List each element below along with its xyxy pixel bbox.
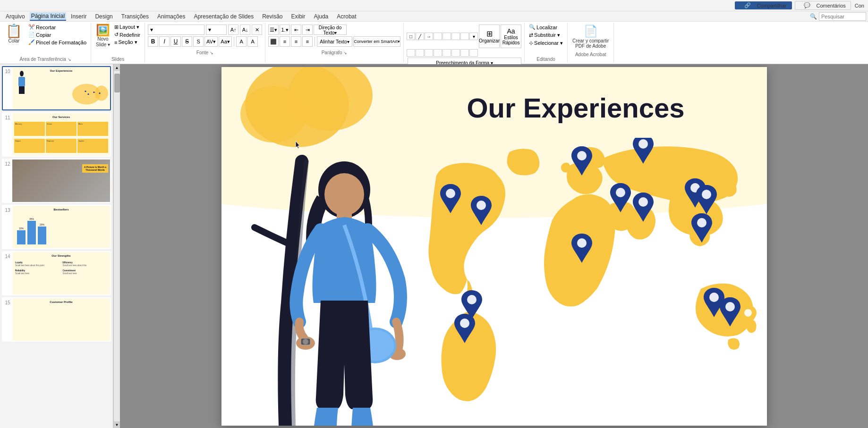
slide-thumb-13[interactable]: 13 Bestsellers 10% 35% 20%	[2, 205, 111, 249]
copy-button[interactable]: 📄 Copiar	[27, 31, 88, 38]
shape-11[interactable]	[451, 49, 460, 57]
menu-apresentacao[interactable]: Apresentação de Slides	[190, 12, 257, 21]
slides-col: ⊞ Layout ▾ ↺ Redefinir ≡ Seção ▾	[113, 24, 142, 46]
char-spacing-button[interactable]: AV▾	[204, 36, 218, 47]
shape-7[interactable]	[416, 49, 424, 57]
menu-transicoes[interactable]: Transições	[118, 12, 153, 21]
cut-icon: ✂️	[28, 24, 35, 30]
highlight-button[interactable]: A	[236, 36, 247, 47]
align-text-button[interactable]: Alinhar Texto▾	[317, 36, 352, 47]
slides-scrollbar[interactable]: ▲ ▼	[113, 64, 120, 428]
shape-3[interactable]	[443, 33, 451, 40]
menu-exibir[interactable]: Exibir	[288, 12, 309, 21]
format-painter-button[interactable]: 🖌️ Pincel de Formatação	[27, 39, 88, 46]
menu-revisao[interactable]: Revisão	[258, 12, 286, 21]
justify-button[interactable]: ≡	[302, 36, 313, 47]
shape-9[interactable]	[434, 49, 442, 57]
underline-button[interactable]: U	[170, 36, 181, 47]
reset-button[interactable]: ↺ Redefinir	[113, 31, 142, 38]
decrease-indent-button[interactable]: ⇤	[291, 25, 301, 35]
menu-acrobat[interactable]: Acrobat	[333, 12, 360, 21]
bullets-button[interactable]: ☰▾	[268, 25, 279, 35]
cut-button[interactable]: ✂️ Recortar	[27, 24, 88, 31]
new-slide-button[interactable]: 🖼️ Novo Slide ▾	[94, 24, 112, 48]
shape-12[interactable]	[460, 49, 469, 57]
menu-pagina-inicial[interactable]: Página Inicial	[30, 12, 66, 21]
shape-8[interactable]	[425, 49, 433, 57]
font-case-button[interactable]: Aa▾	[219, 36, 232, 47]
scroll-up-button[interactable]: ▲	[114, 64, 120, 71]
decrease-font-button[interactable]: A↓	[240, 25, 250, 35]
paste-icon: 📋	[6, 25, 22, 38]
select-button[interactable]: ⊹ Selecionar ▾	[528, 40, 564, 47]
svg-point-25	[702, 190, 711, 199]
menu-animacoes[interactable]: Animações	[153, 12, 189, 21]
shape-4[interactable]	[451, 33, 460, 40]
font-name-selector[interactable]: ▾	[148, 25, 204, 35]
menu-inserir[interactable]: Inserir	[67, 12, 90, 21]
shadow-button[interactable]: S	[193, 36, 204, 47]
font-group: ▾ ▾ A↑ A↓ ✕ B I U S S AV▾ Aa▾ A A	[145, 23, 265, 63]
shape-6[interactable]	[407, 49, 415, 57]
align-center-button[interactable]: ≡	[280, 36, 290, 47]
text-direction-button[interactable]: Direção do Texto▾	[314, 25, 347, 35]
shape-rect[interactable]: □	[407, 33, 415, 40]
editing-group: 🔍 Localizar ⇄ Substituir ▾ ⊹ Selecionar …	[525, 23, 568, 63]
slide-canvas[interactable]: Our Experiences	[221, 67, 767, 426]
clear-format-button[interactable]: ✕	[252, 25, 262, 35]
section-button[interactable]: ≡ Seção ▾	[113, 39, 142, 46]
shape-13[interactable]	[469, 49, 478, 57]
new-slide-icon: 🖼️	[96, 25, 110, 36]
shape-5[interactable]	[460, 33, 469, 40]
paragraph-group: ☰▾ 1.▾ ⇤ ⇥ Direção do Texto▾ ⬛ ≡ ≡ ≡ Ali…	[265, 23, 404, 63]
strikethrough-button[interactable]: S	[182, 36, 192, 47]
share-icon: 🔗	[744, 2, 751, 8]
styles-button[interactable]: Aa Estilos Rápidos	[501, 25, 521, 48]
menu-ajuda[interactable]: Ajuda	[310, 12, 332, 21]
italic-button[interactable]: I	[159, 36, 170, 47]
numbering-button[interactable]: 1.▾	[280, 25, 290, 35]
svg-point-3	[87, 93, 89, 95]
share-button[interactable]: 🔗 Compartilhar	[735, 1, 792, 9]
replace-button[interactable]: ⇄ Substituir ▾	[528, 32, 562, 39]
acrobat-button[interactable]: 📄 Crear y compartirPDF de Adobe	[570, 24, 611, 50]
increase-indent-button[interactable]: ⇥	[302, 25, 313, 35]
slides-group: 🖼️ Novo Slide ▾ ⊞ Layout ▾ ↺ Redefinir ≡…	[91, 23, 145, 63]
font-color-button[interactable]: A	[247, 36, 258, 47]
menu-arquivo[interactable]: Arquivo	[2, 12, 29, 21]
increase-font-button[interactable]: A↑	[228, 25, 238, 35]
svg-point-29	[744, 309, 752, 317]
bold-button[interactable]: B	[148, 36, 158, 47]
paragraph-label: Parágrafo ↘	[268, 49, 400, 55]
slide-thumb-14[interactable]: 14 Our Strengths Loyalty Small text here…	[2, 251, 111, 295]
slide-thumb-11[interactable]: 11 Our Services Mercury Venus Mars Satur…	[2, 112, 111, 157]
paste-button[interactable]: 📋 Colar	[3, 24, 25, 44]
slide-thumb-15[interactable]: 15 Customer Profile	[2, 297, 111, 342]
scroll-thumb[interactable]	[114, 74, 120, 92]
layout-icon: ⊞	[114, 24, 119, 30]
shape-10[interactable]	[443, 49, 451, 57]
svg-point-21	[460, 319, 469, 328]
shapes-more[interactable]: ▾	[469, 33, 478, 40]
font-size-input[interactable]: ▾	[206, 25, 227, 35]
align-left-button[interactable]: ⬛	[268, 36, 279, 47]
slides-panel: 10 Our Experiences	[0, 64, 113, 428]
convert-smartart-button[interactable]: Converter em SmartArt▾	[353, 36, 400, 47]
menu-design[interactable]: Design	[91, 12, 116, 21]
copy-icon: 📄	[28, 32, 35, 38]
find-button[interactable]: 🔍 Localizar	[528, 24, 559, 31]
main-area: 10 Our Experiences	[0, 64, 868, 428]
slide-thumb-12[interactable]: 12 A Picture Is Worth a Thousand Words	[2, 159, 111, 203]
search-input[interactable]	[819, 12, 866, 21]
svg-point-26	[697, 218, 706, 227]
shape-line[interactable]: ╱	[416, 33, 424, 40]
arrange-button[interactable]: ⊞ Organizar	[479, 25, 500, 48]
align-right-button[interactable]: ≡	[291, 36, 301, 47]
shape-arrow[interactable]: →	[425, 33, 433, 40]
comment-button[interactable]: 💬 Comentários	[795, 1, 851, 10]
layout-button[interactable]: ⊞ Layout ▾	[113, 24, 142, 31]
shape-2[interactable]	[434, 33, 442, 40]
scroll-down-button[interactable]: ▼	[114, 421, 120, 428]
drawing-group: □ ╱ → ▾ ⊞ Organizar Aa Estilos Rápidos	[404, 23, 525, 63]
slide-thumb-10[interactable]: 10 Our Experiences	[2, 66, 111, 110]
